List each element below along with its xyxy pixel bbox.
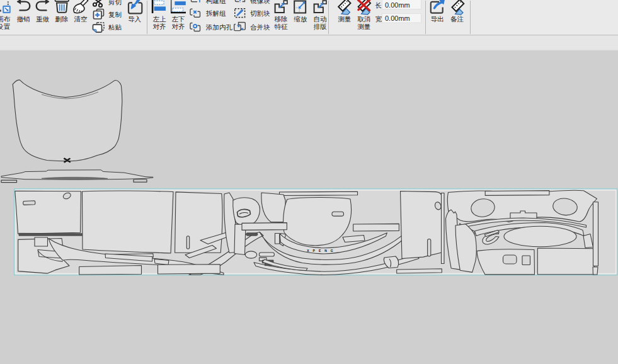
svg-text:剪切: 剪切	[108, 0, 122, 6]
svg-text:缩放: 缩放	[294, 15, 308, 23]
svg-text:清空: 清空	[74, 15, 88, 23]
svg-text:备注: 备注	[450, 15, 464, 23]
svg-text:导出: 导出	[431, 15, 444, 23]
svg-text:粘贴: 粘贴	[108, 23, 122, 31]
svg-text:测量: 测量	[338, 15, 352, 23]
svg-text:导入: 导入	[128, 15, 142, 23]
svg-text:删除: 删除	[55, 15, 69, 23]
svg-text:合并块: 合并块	[250, 23, 270, 31]
svg-text:XPENG: XPENG	[307, 249, 337, 253]
svg-text:0.00mm: 0.00mm	[385, 1, 410, 9]
svg-text:长: 长	[375, 1, 382, 9]
svg-text:自动: 自动	[314, 15, 327, 23]
svg-text:拆解组: 拆解组	[206, 9, 226, 17]
svg-text:移除: 移除	[275, 15, 288, 23]
svg-text:取消: 取消	[357, 15, 371, 23]
svg-text:对齐: 对齐	[172, 23, 185, 30]
svg-text:复制: 复制	[108, 11, 122, 18]
svg-text:添加内孔: 添加内孔	[205, 23, 233, 31]
svg-text:重做: 重做	[36, 15, 50, 23]
svg-text:设置: 设置	[0, 23, 11, 30]
svg-text:左上: 左上	[153, 15, 167, 23]
svg-text:撤销: 撤销	[17, 15, 30, 23]
svg-text:0.00mm: 0.00mm	[385, 14, 410, 22]
svg-text:画布: 画布	[0, 15, 11, 23]
svg-text:对齐: 对齐	[153, 23, 166, 30]
svg-text:左下: 左下	[172, 15, 185, 23]
svg-text:镜像块: 镜像块	[250, 0, 270, 4]
svg-text:构建组: 构建组	[205, 0, 226, 4]
svg-text:切割块: 切割块	[250, 9, 270, 17]
svg-text:特征: 特征	[275, 23, 289, 30]
svg-text:测量: 测量	[358, 23, 371, 30]
svg-text:宽: 宽	[375, 15, 382, 23]
svg-text:排版: 排版	[314, 23, 328, 30]
